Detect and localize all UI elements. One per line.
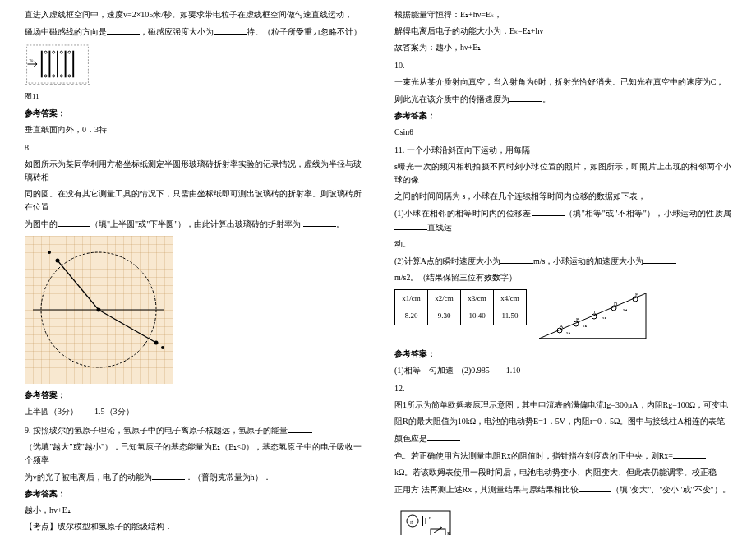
text: 一个小球沿斜面向下运动，用每隔 [407, 145, 530, 155]
text-line: kΩ。若该欧姆表使用一段时间后，电池电动势变小、内阻变大、但此表仍能调零。校正稳 [394, 466, 731, 479]
blank-fill [500, 254, 533, 264]
answer-text: 垂直纸面向外，0．3特 [25, 123, 362, 136]
text: 特。（粒子所受重力忽略不计） [247, 27, 362, 36]
question-12: 12. [394, 382, 731, 395]
text: 直线运 [427, 223, 452, 232]
text-line: 一束光从某介质射向真空，当入射角为θ时，折射光恰好消失。已知光在真空中的速度为C… [394, 76, 731, 89]
table-cell: 8.20 [395, 307, 428, 325]
blank-fill [214, 25, 247, 35]
ramp-diagram: A B C D E x₁ x₂ x₃ x₄ [535, 289, 650, 343]
text-line: 则此光在该介质中的传播速度为。 [394, 92, 731, 106]
blank-fill [303, 217, 336, 227]
text: 为ν的光子被电离后，电子的动能为 [25, 473, 152, 482]
svg-text:x₃: x₃ [602, 316, 606, 320]
table-header: x4/cm [494, 290, 527, 307]
answer-text: (1)相等 匀加速 (2)0.985 1.10 [394, 364, 731, 377]
blank-fill [532, 206, 565, 216]
text-line: m/s2。（结果保留三位有效数字） [394, 271, 731, 284]
blank-fill [509, 92, 542, 102]
text: 颜色应是 [394, 434, 427, 443]
question-9: 9. 按照玻尔的氢原子理论，氢原子中的电子离原子核越远，氢原子的能量 [25, 423, 362, 437]
answer-label: 参考答案： [25, 389, 362, 402]
blank-fill [107, 25, 140, 35]
text: 正用方 法再测上述Rx，其测量结果与原结果相比较 [394, 485, 579, 494]
svg-point-23 [48, 251, 51, 254]
q9-num: 9. [25, 426, 33, 435]
blank-fill [579, 482, 611, 492]
table-cell: 9.30 [428, 307, 461, 325]
text-line: s曝光一次的频闪相机拍摄不同时刻小球位置的照片，如图所示，即照片上出现的相邻两个… [394, 160, 731, 187]
text-line: 解得电离后电子的动能大小为：Eₖ=E₁+hν [394, 25, 731, 38]
question-10: 10. [394, 59, 731, 72]
text-line: （选填"越大"或"越小"）．已知氢原子的基态能量为E₁（E₁<0），基态氢原子中… [25, 440, 362, 467]
text-line: 同的圆。在没有其它测量工具的情况下，只需由坐标纸即可测出玻璃砖的折射率。则玻璃砖… [25, 187, 362, 214]
blank-fill [58, 217, 90, 227]
text: 。 [542, 95, 551, 104]
svg-point-8 [60, 51, 62, 53]
svg-text:g: g [410, 519, 413, 525]
text: ，磁感应强度大小为 [140, 27, 214, 36]
svg-point-9 [68, 51, 71, 53]
blank-fill [643, 254, 676, 264]
blank-fill [673, 449, 706, 459]
svg-point-20 [56, 259, 60, 263]
text-line: 阻R的最大阻值为10kΩ，电池的电动势E=1．5V，内阻r=0．5Ω。图中与接线… [394, 415, 731, 428]
text-line: 动。 [394, 238, 731, 251]
table-header: x3/cm [461, 290, 494, 307]
left-column: 直进入虚线框空间中，速度v=2×105米/秒。如要求带电粒子在虚线框空间做匀速直… [25, 8, 362, 527]
text-line: 正用方 法再测上述Rx，其测量结果与原结果相比较（填"变大"、"变小"或"不变"… [394, 482, 731, 496]
svg-point-21 [97, 308, 101, 312]
svg-text:C: C [594, 310, 597, 315]
svg-text:x₄: x₄ [623, 307, 627, 311]
text: （填"上半圆"或"下半圆"），由此计算出玻璃砖的折射率为 [90, 219, 301, 228]
svg-point-6 [44, 51, 47, 53]
svg-point-11 [53, 75, 55, 77]
text-line: 为图中的（填"上半圆"或"下半圆"），由此计算出玻璃砖的折射率为 。 [25, 217, 362, 231]
svg-point-22 [154, 341, 159, 345]
text-line: 之间的时间间隔为 s，小球在几个连续相等时间内位移的数据如下表， [394, 190, 731, 203]
blank-fill [427, 431, 460, 441]
svg-text:v₀: v₀ [29, 58, 34, 62]
text: 为图中的 [25, 219, 58, 228]
answer-label: 参考答案： [25, 107, 362, 120]
text-line: 为ν的光子被电离后，电子的动能为．（普朗克常量为h）． [25, 470, 362, 484]
svg-text:r: r [429, 514, 431, 521]
plates-diagram: v₀ [25, 44, 90, 85]
answer-label: 参考答案： [25, 487, 362, 500]
answer-label: 参考答案： [394, 348, 731, 361]
svg-text:A: A [560, 324, 564, 329]
blank-fill [394, 220, 427, 230]
table-row: x1/cm x2/cm x3/cm x4/cm [395, 290, 527, 307]
text: （填"相等"或"不相等"），小球运动的性质属 [565, 209, 731, 218]
text: m/s，小球运动的加速度大小为 [533, 256, 643, 265]
answer-text: 上半圆（3分） 1.5（3分） [25, 405, 362, 418]
table-header: x1/cm [395, 290, 428, 307]
text: （填"变大"、"变小"或"不变"）。 [611, 485, 731, 494]
text-line: 色。若正确使用方法测量电阻Rx的阻值时，指针指在刻度盘的正中央，则Rx= [394, 449, 731, 463]
text: 按照玻尔的氢原子理论，氢原子中的电子离原子核越远，氢原子的能量 [33, 426, 288, 435]
q11-num: 11. [394, 145, 407, 155]
text-line: 直进入虚线框空间中，速度v=2×105米/秒。如要求带电粒子在虚线框空间做匀速直… [25, 8, 362, 21]
answer-text: 越小，hv+E₁ [25, 504, 362, 517]
svg-text:x₂: x₂ [583, 324, 587, 328]
text: 色。若正确使用方法测量电阻Rx的阻值时，指针指在刻度盘的正中央，则Rx= [394, 451, 673, 460]
circuit-diagram: g r R A B Rx [394, 505, 468, 535]
right-column: 根据能量守恒得：E₁+hν=Eₖ， 解得电离后电子的动能大小为：Eₖ=E₁+hν… [394, 8, 731, 527]
text: 玻尔模型和氢原子的能级结构． [58, 522, 173, 531]
svg-point-13 [68, 75, 71, 77]
grid-circle-figure [25, 236, 173, 384]
svg-point-24 [161, 346, 164, 349]
table-cell: 11.50 [494, 307, 527, 325]
text: (2)计算A点的瞬时速度大小为 [394, 256, 500, 265]
text-line: 磁场中磁感线的方向是，磁感应强度大小为特。（粒子所受重力忽略不计） [25, 25, 362, 39]
svg-point-12 [60, 75, 62, 77]
svg-text:E: E [635, 293, 638, 297]
figure-11: v₀ 图11 [25, 44, 362, 102]
blank-fill [152, 470, 185, 480]
text: (1)小球在相邻的相等时间内的位移差 [394, 209, 532, 218]
text-line: 故答案为：越小，hν+E₁ [394, 41, 731, 54]
svg-text:x₁: x₁ [566, 330, 570, 334]
answer-text: Csinθ [394, 126, 731, 139]
table-and-ramp: x1/cm x2/cm x3/cm x4/cm 8.20 9.30 10.40 … [394, 289, 731, 343]
label: 【考点】 [25, 522, 58, 531]
